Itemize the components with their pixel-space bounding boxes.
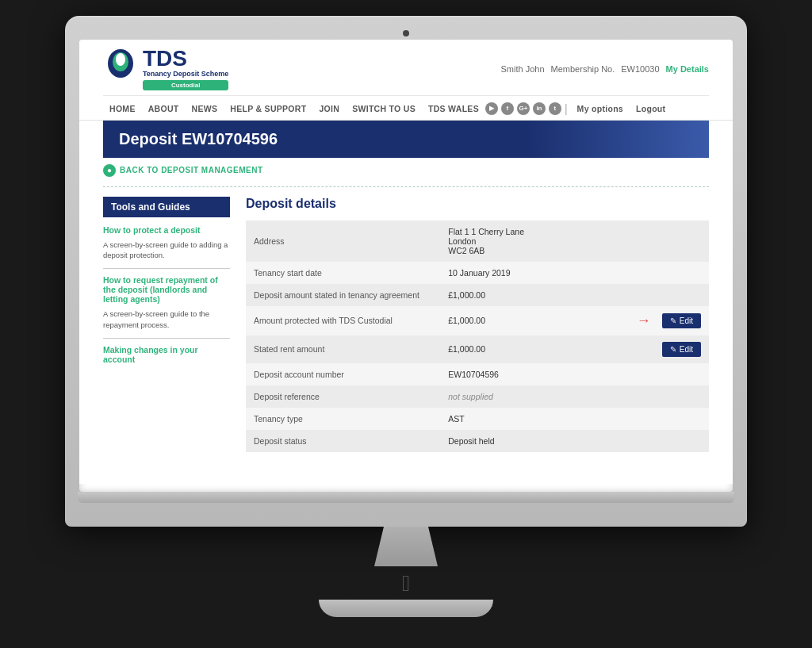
webcam [403,30,409,36]
row-value: not supplied [440,385,709,408]
logo-area: TDS Tenancy Deposit Scheme Custodial [103,48,228,90]
table-row: Tenancy type AST [246,408,709,430]
back-link[interactable]: ● BACK TO DEPOSIT MANAGEMENT [103,164,709,177]
tools-guides-header: Tools and Guides [103,197,230,217]
row-value: EW10704596 [440,363,709,385]
nav-my-options[interactable]: My options [571,102,630,115]
edit-group: → ✎ Edit [637,312,701,329]
edit-label: Edit [680,316,693,325]
logo-subtitle: Tenancy Deposit Scheme [143,70,228,79]
nav-help[interactable]: HELP & SUPPORT [224,102,312,115]
social-icons: ▶ f G+ in t [485,102,561,115]
sidebar-divider-1 [103,268,230,269]
edit-icon: ✎ [670,316,676,325]
edit-label: Edit [680,345,693,354]
row-label: Address [246,220,440,262]
monitor-stand-base [319,600,493,617]
membership-label: Membership No. [551,64,615,74]
row-label: Deposit amount stated in tenancy agreeme… [246,284,440,306]
user-name: Smith John [501,64,545,74]
table-row: Deposit account number EW10704596 [246,363,709,385]
row-label: Amount protected with TDS Custodial [246,306,440,336]
nav-separator: | [561,102,571,115]
deposit-title: Deposit EW10704596 [119,130,693,148]
deposit-details-heading: Deposit details [246,197,709,211]
logo-tds-text: TDS [143,48,228,70]
sidebar: Tools and Guides How to protect a deposi… [103,197,230,452]
row-value: Deposit held [440,430,709,452]
twitter-icon[interactable]: t [549,102,561,115]
sidebar-link-repayment[interactable]: How to request repayment of the deposit … [103,275,230,304]
logo-text: TDS Tenancy Deposit Scheme Custodial [143,48,228,90]
monitor-chin [78,492,734,503]
row-label: Deposit status [246,430,440,452]
screen: TDS Tenancy Deposit Scheme Custodial Smi… [79,40,733,492]
header-top: TDS Tenancy Deposit Scheme Custodial Smi… [103,48,709,90]
monitor-stand-top [374,527,438,566]
table-row: Amount protected with TDS Custodial £1,0… [246,306,709,336]
tds-logo-graphic [103,49,138,89]
row-label: Tenancy type [246,408,440,430]
facebook-icon[interactable]: f [501,102,514,115]
apple-logo:  [65,571,747,596]
arrow-icon: → [637,312,651,329]
row-value-wrap: £1,000.00 ✎ Edit [448,342,701,357]
my-details-link[interactable]: My Details [666,64,709,74]
table-row: Deposit status Deposit held [246,430,709,452]
logo-badge: Custodial [143,80,228,90]
table-row: Deposit amount stated in tenancy agreeme… [246,284,709,306]
browser-content: TDS Tenancy Deposit Scheme Custodial Smi… [79,40,733,484]
sidebar-desc-repayment: A screen-by-screen guide to the repaymen… [103,309,230,330]
row-label: Tenancy start date [246,262,440,284]
screen-bezel: TDS Tenancy Deposit Scheme Custodial Smi… [65,16,747,527]
deposit-banner: Deposit EW10704596 [103,121,709,158]
value-text: £1,000.00 [448,344,485,354]
value-text: £1,000.00 [448,316,485,325]
nav-wales[interactable]: TDS WALES [422,102,485,115]
row-value: 10 January 2019 [440,262,709,284]
nav-logout[interactable]: Logout [630,102,672,115]
sidebar-desc-protect: A screen-by-screen guide to adding a dep… [103,240,230,261]
table-row: Address Flat 1 1 Cherry LaneLondonWC2 6A… [246,220,709,262]
nav-news[interactable]: NEWS [186,102,224,115]
nav-home[interactable]: HOME [103,102,142,115]
edit-button-protected[interactable]: ✎ Edit [662,313,701,328]
monitor: TDS Tenancy Deposit Scheme Custodial Smi… [65,16,747,617]
row-value-wrap: £1,000.00 → ✎ Edit [448,312,701,329]
youtube-icon[interactable]: ▶ [485,102,498,115]
back-link-text[interactable]: BACK TO DEPOSIT MANAGEMENT [120,166,263,174]
googleplus-icon[interactable]: G+ [517,102,530,115]
membership-number: EW10030 [621,64,659,74]
table-row: Tenancy start date 10 January 2019 [246,262,709,284]
row-value: £1,000.00 [440,284,709,306]
deposit-details: Deposit details Address Flat 1 1 Cherry … [246,197,709,452]
sidebar-divider-2 [103,338,230,339]
main-content: Deposit EW10704596 ● BACK TO DEPOSIT MAN… [79,121,733,468]
edit-icon: ✎ [670,345,676,354]
header-user-info: Smith John Membership No. EW10030 My Det… [501,64,709,74]
sidebar-link-protect[interactable]: How to protect a deposit [103,225,230,235]
row-value: Flat 1 1 Cherry LaneLondonWC2 6AB [440,220,709,262]
svg-point-2 [116,53,125,66]
site-header: TDS Tenancy Deposit Scheme Custodial Smi… [79,40,733,121]
nav-switch[interactable]: SWITCH TO US [346,102,422,115]
row-label: Deposit reference [246,385,440,408]
italic-value: not supplied [448,392,493,401]
nav-join[interactable]: JOIN [312,102,346,115]
sidebar-link-changes[interactable]: Making changes in your account [103,345,230,364]
page-layout: Tools and Guides How to protect a deposi… [103,186,709,452]
nav-about[interactable]: ABOUT [142,102,186,115]
table-row: Stated rent amount £1,000.00 ✎ Edit [246,336,709,363]
edit-button-rent[interactable]: ✎ Edit [662,342,701,357]
row-value: AST [440,408,709,430]
table-row: Deposit reference not supplied [246,385,709,408]
row-value: £1,000.00 ✎ Edit [440,336,709,363]
row-label: Deposit account number [246,363,440,385]
details-table: Address Flat 1 1 Cherry LaneLondonWC2 6A… [246,220,709,452]
main-nav: HOME ABOUT NEWS HELP & SUPPORT JOIN SWIT… [103,95,709,120]
row-label: Stated rent amount [246,336,440,363]
back-link-icon: ● [103,164,116,177]
linkedin-icon[interactable]: in [533,102,546,115]
row-value: £1,000.00 → ✎ Edit [440,306,709,336]
